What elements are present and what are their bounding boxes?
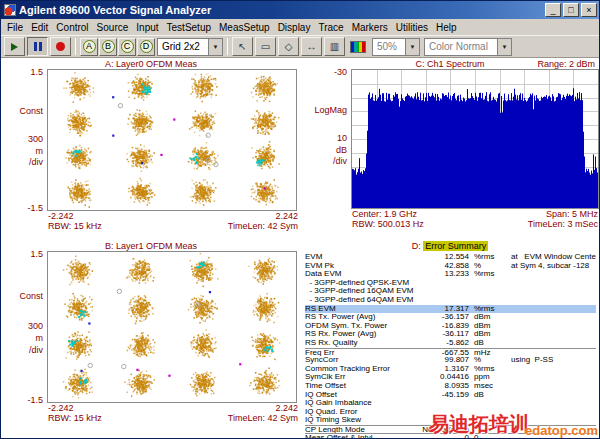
menu-item-markers[interactable]: Markers: [348, 21, 392, 34]
y-ref-label: -30: [334, 67, 347, 77]
error-summary-row: CP Length ModeNormal(auto): [305, 425, 596, 434]
menu-item-source[interactable]: Source: [93, 21, 133, 34]
menu-item-testsetup[interactable]: TestSetup: [163, 21, 215, 34]
trace-b-button[interactable]: B: [99, 38, 117, 56]
pane-a: A: Layer0 OFDM Meas 1.5 Const 300 m /div…: [3, 59, 299, 240]
pointer-icon: ↖: [238, 41, 246, 52]
minimize-button[interactable]: _: [545, 3, 561, 17]
record-icon: [56, 42, 65, 51]
y-scale-div: /div: [29, 157, 43, 167]
zoom-box-icon: ▭: [261, 41, 270, 52]
x-min-label: -2.242: [48, 403, 74, 413]
toolbar-separator: [227, 38, 228, 55]
error-note: [505, 373, 596, 382]
pause-button[interactable]: [27, 37, 48, 56]
error-note: [505, 296, 596, 305]
pane-d-letter: D:: [412, 241, 421, 251]
timelen-label: TimeLen: 42 Sym: [228, 413, 298, 423]
error-summary-row: IQ Gain Imbalance: [305, 399, 596, 408]
error-label: IQ Gain Imbalance: [305, 399, 417, 408]
pane-b-title: B: Layer1 OFDM Meas: [3, 241, 299, 251]
chevron-down-icon[interactable]: ▼: [405, 39, 419, 55]
menu-item-help[interactable]: Help: [432, 21, 461, 34]
window-title: Agilent 89600 Vector Signal Analyzer: [19, 4, 543, 16]
error-note: [505, 322, 596, 331]
split-view-button[interactable]: ▥: [324, 37, 345, 56]
color-scheme-value: Color Normal: [425, 41, 497, 52]
menu-item-edit[interactable]: Edit: [27, 21, 52, 34]
menu-item-control[interactable]: Control: [52, 21, 92, 34]
rbw-label: RBW: 500.013 Hz: [352, 219, 424, 229]
trace-c-button[interactable]: C: [118, 38, 136, 56]
error-summary-row: Meas Offset & Intvl00: [305, 433, 596, 438]
pane-a-y-axis: 1.5 Const 300 m /div -1.5: [3, 69, 47, 211]
pane-a-plot[interactable]: [47, 69, 297, 211]
maximize-button[interactable]: □: [563, 3, 579, 17]
pane-b-plot[interactable]: [47, 251, 297, 403]
y-axis-label: LogMag: [314, 105, 347, 115]
error-label: RS Rx. Quality: [305, 339, 417, 348]
y-scale-value: 300: [28, 134, 43, 144]
colorbar-icon[interactable]: [350, 41, 366, 53]
y-axis-label: Const: [19, 291, 43, 301]
trace-d-circle-icon: D: [140, 40, 153, 53]
menu-item-file[interactable]: File: [3, 21, 27, 34]
y-scale-unit: m: [36, 146, 44, 156]
error-note: [505, 391, 596, 400]
menu-item-utilities[interactable]: Utilities: [392, 21, 432, 34]
x-max-label: 2.242: [275, 211, 298, 221]
trace-a-button[interactable]: A: [80, 38, 98, 56]
error-note: [505, 382, 596, 391]
pan-tool-button[interactable]: ↔: [301, 37, 322, 56]
error-note: at Sym 4, subcar -128: [505, 262, 596, 271]
error-label: IQ Timing Skew: [305, 416, 417, 425]
x-max-label: 2.242: [275, 403, 298, 413]
error-note: [505, 365, 596, 374]
split-bars-icon: ▥: [330, 41, 339, 52]
trace-c-circle-icon: C: [121, 40, 134, 53]
marker-diamond-icon: ◇: [285, 41, 293, 52]
pane-b-x-axis: -2.242 2.242: [47, 403, 299, 413]
color-scheme-select[interactable]: Color Normal ▼: [424, 38, 512, 56]
grid-layout-select[interactable]: Grid 2x2 ▼: [157, 38, 223, 56]
zoom-level-value: 50%: [373, 41, 405, 52]
error-label: SymClk Err: [305, 373, 417, 382]
error-note: [505, 399, 596, 408]
error-summary-row: Data EVM13.233%rms: [305, 270, 596, 279]
zoom-box-button[interactable]: ▭: [255, 37, 276, 56]
chevron-down-icon[interactable]: ▼: [208, 39, 222, 55]
pane-b-info-row: RBW: 15 kHz TimeLen: 42 Sym: [47, 413, 299, 423]
marker-tool-button[interactable]: ◇: [278, 37, 299, 56]
close-button[interactable]: ×: [581, 3, 597, 17]
pane-c-info-row: RBW: 500.013 Hz TimeLen: 3 mSec: [351, 219, 599, 229]
constellation-canvas-b: [48, 252, 296, 402]
trace-buttons: ABCD: [80, 38, 155, 56]
menu-item-display[interactable]: Display: [274, 21, 315, 34]
error-note: at EVM Window Center: [505, 253, 596, 262]
zoom-level-select[interactable]: 50% ▼: [372, 38, 420, 56]
menu-item-trace[interactable]: Trace: [314, 21, 347, 34]
menu-item-input[interactable]: Input: [132, 21, 162, 34]
error-value: [417, 399, 469, 408]
error-value: [417, 287, 469, 296]
menu-item-meassetup[interactable]: MeasSetup: [215, 21, 274, 34]
timelen-label: TimeLen: 42 Sym: [228, 221, 298, 231]
pane-b-y-axis: 1.5 Const 300 m /div -1.5: [3, 251, 47, 403]
pane-a-info-row: RBW: 15 kHz TimeLen: 42 Sym: [47, 221, 299, 231]
app-window: Agilent 89600 Vector Signal Analyzer _ □…: [0, 0, 600, 439]
error-unit: dB: [469, 339, 505, 348]
window-controls: _ □ ×: [543, 3, 597, 17]
restart-button[interactable]: [4, 37, 25, 56]
error-unit: dB: [469, 391, 505, 400]
trace-d-button[interactable]: D: [137, 38, 155, 56]
error-label: IQ Quad. Error: [305, 408, 417, 417]
error-note: [505, 287, 596, 296]
pane-c-plot[interactable]: [351, 69, 599, 209]
pane-b: B: Layer1 OFDM Meas 1.5 Const 300 m /div…: [3, 241, 299, 438]
error-unit: [469, 408, 505, 417]
record-button[interactable]: [50, 37, 71, 56]
pointer-tool-button[interactable]: ↖: [232, 37, 253, 56]
chevron-down-icon[interactable]: ▼: [497, 39, 511, 55]
y-scale-value: 10: [337, 133, 347, 143]
rbw-label: RBW: 15 kHz: [48, 413, 102, 423]
